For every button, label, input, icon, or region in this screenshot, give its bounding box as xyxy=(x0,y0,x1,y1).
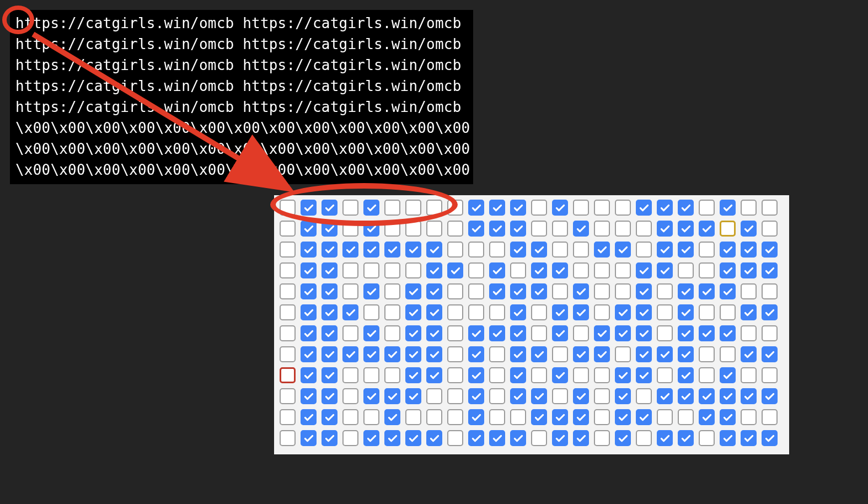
checkbox[interactable] xyxy=(552,346,568,362)
checkbox[interactable] xyxy=(678,304,694,320)
checkbox[interactable] xyxy=(280,200,296,216)
checkbox[interactable] xyxy=(699,367,715,383)
checkbox[interactable] xyxy=(594,283,610,299)
checkbox[interactable] xyxy=(720,200,736,216)
checkbox[interactable] xyxy=(552,325,568,341)
checkbox[interactable] xyxy=(510,388,526,404)
checkbox[interactable] xyxy=(636,409,652,425)
checkbox[interactable] xyxy=(531,388,547,404)
checkbox[interactable] xyxy=(301,262,317,278)
checkbox[interactable] xyxy=(342,325,358,341)
checkbox[interactable] xyxy=(322,346,337,362)
checkbox[interactable] xyxy=(510,304,526,320)
checkbox[interactable] xyxy=(342,242,358,258)
checkbox[interactable] xyxy=(426,409,442,425)
checkbox[interactable] xyxy=(447,388,463,404)
checkbox[interactable] xyxy=(699,304,715,320)
checkbox[interactable] xyxy=(342,200,358,216)
checkbox[interactable] xyxy=(280,221,296,237)
checkbox[interactable] xyxy=(594,221,610,237)
checkbox[interactable] xyxy=(322,200,337,216)
checkbox[interactable] xyxy=(720,388,736,404)
checkbox[interactable] xyxy=(301,430,317,446)
checkbox[interactable] xyxy=(426,242,442,258)
checkbox[interactable] xyxy=(447,283,463,299)
checkbox[interactable] xyxy=(699,200,715,216)
checkbox[interactable] xyxy=(447,242,463,258)
checkbox[interactable] xyxy=(657,409,673,425)
checkbox[interactable] xyxy=(615,221,631,237)
checkbox[interactable] xyxy=(510,200,526,216)
checkbox[interactable] xyxy=(531,325,547,341)
checkbox[interactable] xyxy=(342,262,358,278)
checkbox[interactable] xyxy=(280,325,296,341)
checkbox[interactable] xyxy=(573,200,589,216)
checkbox[interactable] xyxy=(489,367,505,383)
checkbox[interactable] xyxy=(363,242,379,258)
checkbox[interactable] xyxy=(552,430,568,446)
checkbox[interactable] xyxy=(615,200,631,216)
checkbox[interactable] xyxy=(301,409,317,425)
checkbox[interactable] xyxy=(301,346,317,362)
checkbox[interactable] xyxy=(405,200,421,216)
checkbox[interactable] xyxy=(363,200,379,216)
checkbox[interactable] xyxy=(762,242,778,258)
checkbox[interactable] xyxy=(699,325,715,341)
checkbox[interactable] xyxy=(426,325,442,341)
checkbox[interactable] xyxy=(447,304,463,320)
checkbox[interactable] xyxy=(720,430,736,446)
checkbox[interactable] xyxy=(741,430,757,446)
checkbox[interactable] xyxy=(573,367,589,383)
checkbox[interactable] xyxy=(301,242,317,258)
checkbox[interactable] xyxy=(615,304,631,320)
checkbox[interactable] xyxy=(762,367,778,383)
checkbox[interactable] xyxy=(678,283,694,299)
checkbox[interactable] xyxy=(615,430,631,446)
checkbox[interactable] xyxy=(384,304,400,320)
checkbox[interactable] xyxy=(363,262,379,278)
checkbox[interactable] xyxy=(426,283,442,299)
checkbox[interactable] xyxy=(594,200,610,216)
checkbox[interactable] xyxy=(594,262,610,278)
checkbox[interactable] xyxy=(636,221,652,237)
checkbox[interactable] xyxy=(405,304,421,320)
checkbox[interactable] xyxy=(615,346,631,362)
checkbox[interactable] xyxy=(636,283,652,299)
checkbox[interactable] xyxy=(426,221,442,237)
checkbox[interactable] xyxy=(531,346,547,362)
checkbox[interactable] xyxy=(678,430,694,446)
checkbox[interactable] xyxy=(510,283,526,299)
checkbox[interactable] xyxy=(741,388,757,404)
checkbox[interactable] xyxy=(762,262,778,278)
checkbox[interactable] xyxy=(720,242,736,258)
checkbox[interactable] xyxy=(426,200,442,216)
checkbox[interactable] xyxy=(699,430,715,446)
checkbox[interactable] xyxy=(741,221,757,237)
checkbox[interactable] xyxy=(447,325,463,341)
checkbox[interactable] xyxy=(447,262,463,278)
checkbox[interactable] xyxy=(510,346,526,362)
checkbox[interactable] xyxy=(762,221,778,237)
checkbox[interactable] xyxy=(280,304,296,320)
checkbox[interactable] xyxy=(447,221,463,237)
checkbox[interactable] xyxy=(280,283,296,299)
checkbox[interactable] xyxy=(468,221,484,237)
checkbox[interactable] xyxy=(762,409,778,425)
checkbox[interactable] xyxy=(468,283,484,299)
checkbox[interactable] xyxy=(594,409,610,425)
checkbox[interactable] xyxy=(384,325,400,341)
checkbox[interactable] xyxy=(678,409,694,425)
checkbox[interactable] xyxy=(594,325,610,341)
checkbox[interactable] xyxy=(384,200,400,216)
checkbox[interactable] xyxy=(322,367,337,383)
checkbox[interactable] xyxy=(720,262,736,278)
checkbox[interactable] xyxy=(363,430,379,446)
checkbox[interactable] xyxy=(636,325,652,341)
checkbox[interactable] xyxy=(363,346,379,362)
checkbox[interactable] xyxy=(699,283,715,299)
checkbox[interactable] xyxy=(741,304,757,320)
checkbox[interactable] xyxy=(594,367,610,383)
checkbox[interactable] xyxy=(636,388,652,404)
checkbox[interactable] xyxy=(720,325,736,341)
checkbox[interactable] xyxy=(552,283,568,299)
